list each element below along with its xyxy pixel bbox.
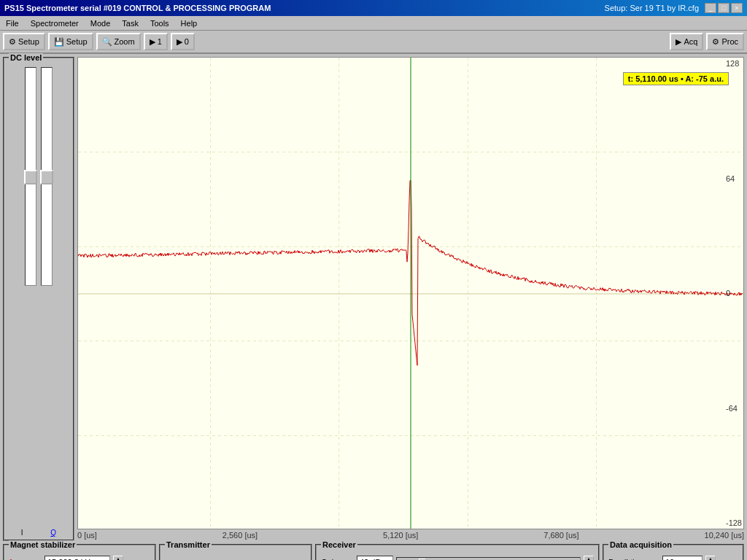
zoom-icon: 🔍 bbox=[102, 37, 112, 47]
data-acq-title: Data acquisition bbox=[608, 540, 673, 549]
toolbar: ⚙ Setup 💾 Setup 🔍 Zoom ▶ 1 ▶ 0 ▶ Acq ⚙ P… bbox=[0, 31, 747, 54]
ch1-icon: ▶ bbox=[150, 37, 155, 47]
dc-level-title: DC level bbox=[9, 53, 43, 62]
ch1-button[interactable]: ▶ 1 bbox=[144, 33, 168, 50]
menu-bar: File Spectrometer Mode Task Tools Help bbox=[0, 16, 747, 31]
gain-spinner[interactable]: ▲▼ bbox=[584, 556, 594, 560]
dc-label-q[interactable]: Q bbox=[50, 529, 56, 537]
proc-icon: ⚙ bbox=[712, 37, 719, 47]
bottom-panels: Magnet stabilizer fo ▲▼ Δfo ▲▼ Fa 15,000… bbox=[0, 544, 747, 560]
minimize-button[interactable]: _ bbox=[705, 3, 716, 13]
dwell-input[interactable] bbox=[662, 556, 703, 560]
fo-input[interactable] bbox=[44, 556, 110, 560]
gain-up[interactable]: ▲ bbox=[584, 556, 594, 560]
acq-icon: ▶ bbox=[676, 37, 681, 47]
dwell-spinner[interactable]: ▲▼ bbox=[705, 556, 716, 560]
transmitter-panel: Transmitter Attenuator main ▲▼ Attenuato… bbox=[159, 544, 312, 560]
chart-area: t: 5,110.00 us • A: -75 a.u. 128 64 0 -6… bbox=[77, 57, 744, 529]
menu-help[interactable]: Help bbox=[178, 18, 201, 28]
dc-slider-i[interactable] bbox=[25, 67, 36, 286]
menu-mode[interactable]: Mode bbox=[88, 18, 114, 28]
main-content: DC level I Q t: 5,110.00 us • A: -75 a.u… bbox=[0, 54, 747, 544]
setup1-button[interactable]: ⚙ Setup bbox=[3, 33, 45, 50]
menu-tools[interactable]: Tools bbox=[147, 18, 172, 28]
gain-slider[interactable] bbox=[396, 557, 581, 560]
dc-slider-q-thumb[interactable] bbox=[40, 170, 53, 184]
chart-tooltip: t: 5,110.00 us • A: -75 a.u. bbox=[623, 72, 729, 85]
menu-file[interactable]: File bbox=[3, 18, 22, 28]
ch0-icon: ▶ bbox=[177, 37, 182, 47]
title-bar: PS15 Spectrometer serial #019 CONTROL & … bbox=[0, 0, 747, 16]
menu-spectrometer[interactable]: Spectrometer bbox=[28, 18, 82, 28]
fo-spinner[interactable]: ▲▼ bbox=[113, 556, 123, 560]
magnet-panel: Magnet stabilizer fo ▲▼ Δfo ▲▼ Fa 15,000… bbox=[3, 544, 156, 560]
close-button[interactable]: × bbox=[731, 3, 743, 13]
chart-container: t: 5,110.00 us • A: -75 a.u. 128 64 0 -6… bbox=[77, 57, 744, 541]
waveform-chart bbox=[78, 58, 743, 529]
dc-label-i[interactable]: I bbox=[21, 529, 23, 537]
ch0-button[interactable]: ▶ 0 bbox=[171, 33, 195, 50]
acq-button[interactable]: ▶ Acq bbox=[670, 33, 703, 50]
transmitter-title: Transmitter bbox=[165, 540, 212, 549]
dc-slider-i-thumb[interactable] bbox=[24, 170, 37, 184]
window-title: PS15 Spectrometer serial #019 CONTROL & … bbox=[4, 4, 271, 12]
magnet-title: Magnet stabilizer bbox=[9, 540, 77, 549]
setup1-icon: ⚙ bbox=[9, 37, 16, 47]
receiver-panel: Receiver Gain ▲▼ Phase ▲▼ Time Const ▲▼ … bbox=[315, 544, 600, 560]
receiver-title: Receiver bbox=[321, 540, 357, 549]
maximize-button[interactable]: □ bbox=[718, 3, 729, 13]
gain-input[interactable] bbox=[357, 556, 393, 560]
setup2-button[interactable]: 💾 Setup bbox=[48, 33, 93, 50]
fo-up[interactable]: ▲ bbox=[113, 556, 123, 560]
dwell-up[interactable]: ▲ bbox=[705, 556, 716, 560]
setup-info: Setup: Ser 19 T1 by IR.cfg bbox=[605, 4, 699, 12]
dc-slider-q[interactable] bbox=[41, 67, 53, 286]
proc-button[interactable]: ⚙ Proc bbox=[706, 33, 744, 50]
data-acq-panel: Data acquisition Dwell time ▲▼ NOP ▲▼ Ch… bbox=[603, 544, 744, 560]
dc-level-panel: DC level I Q bbox=[3, 57, 74, 541]
chart-x-axis: 0 [us] 2,560 [us] 5,120 [us] 7,680 [us] … bbox=[77, 529, 744, 541]
save-icon: 💾 bbox=[54, 37, 64, 47]
menu-task[interactable]: Task bbox=[119, 18, 142, 28]
zoom-button[interactable]: 🔍 Zoom bbox=[96, 33, 141, 50]
